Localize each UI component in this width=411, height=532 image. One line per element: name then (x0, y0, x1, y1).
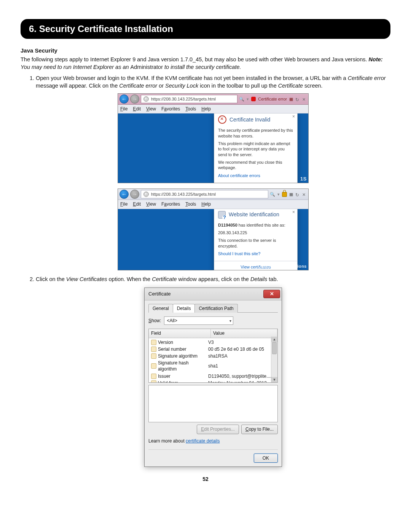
step1-mid1: message will appear. Click on the (36, 83, 119, 89)
ident-suffix: has identified this site as: (237, 223, 285, 227)
popup-p3: We recommend that you close this webpage… (218, 160, 293, 171)
addressbar-right-controls: 🔍▾ ▦ (270, 192, 307, 197)
ie-screenshot-cert-invalid: ← → https://208.30.143.225/targets.html … (118, 93, 309, 183)
search-icon[interactable]: 🔍 (270, 192, 275, 197)
col-field[interactable]: Field (149, 329, 211, 337)
popup-close-icon[interactable]: × (292, 209, 295, 215)
note-text: You may need to run Internet Explorer as… (21, 64, 131, 70)
popup-close-icon[interactable]: × (292, 113, 295, 120)
url-text: https://208.30.143.225/targets.html (151, 96, 216, 102)
view-certificates-link[interactable]: View certificates (214, 183, 297, 183)
shield-invalid-icon (218, 115, 226, 124)
popup-p1: The security certificate presented by th… (218, 128, 293, 139)
field-icon (151, 340, 156, 345)
menu-edit[interactable]: Edit (133, 106, 141, 112)
menu-file[interactable]: File (120, 201, 127, 207)
step1-text: Open your Web browser and login to the K… (36, 75, 348, 81)
site-info-icon[interactable] (143, 192, 149, 197)
ie-navbar-ok: ← → https://208.30.143.225/targets.html … (118, 189, 308, 200)
search-icon[interactable]: 🔍 (239, 96, 244, 102)
list-item[interactable]: Signature algorithmsha1RSA (149, 353, 277, 359)
menu-view[interactable]: View (146, 106, 156, 112)
forward-button[interactable]: → (130, 94, 139, 104)
show-label: Show: (148, 318, 161, 324)
scroll-up-icon[interactable]: ▲ (271, 337, 277, 342)
step1-mid2: or (159, 83, 165, 89)
menu-tools[interactable]: Tools (185, 106, 196, 112)
step2-details-italic: Details (250, 276, 267, 282)
menu-edit[interactable]: Edit (133, 201, 141, 207)
corner-text: Cat5 IP KVM Solutions (258, 264, 307, 269)
step1-cert-error-italic: Certificate error (348, 75, 386, 81)
step1-tail: screen. (304, 83, 323, 89)
cert-rows: VersionV3 Serial number00 d5 2e 6d e0 18… (149, 338, 277, 383)
tab-cert-path[interactable]: Certification Path (194, 304, 237, 313)
step2-view-italic: View Certificates (66, 276, 107, 282)
favorites-icon[interactable]: ▦ (289, 192, 293, 197)
ie-menubar: File Edit View Favorites Tools Help (118, 105, 308, 113)
cert-invalid-popup: × Certificate Invalid The security certi… (214, 113, 298, 183)
list-item[interactable]: VersionV3 (149, 339, 277, 346)
address-bar[interactable]: https://208.30.143.225/targets.html (141, 95, 237, 103)
show-dropdown[interactable]: <All> (164, 316, 233, 325)
certificate-details-link[interactable]: certificate details (186, 438, 220, 444)
menu-view[interactable]: View (146, 201, 156, 207)
ie-navbar: ← → https://208.30.143.225/targets.html … (118, 94, 308, 105)
favorites-icon[interactable]: ▦ (289, 96, 293, 102)
edit-properties-button[interactable]: EEdit Properties...dit Properties... (197, 425, 239, 434)
certificate-fields-list[interactable]: Field Value VersionV3 Serial number00 d5… (148, 329, 278, 383)
reload-icon[interactable] (295, 192, 300, 197)
url-text: https://208.30.143.225/targets.html (151, 192, 216, 197)
stop-icon[interactable] (302, 192, 307, 197)
cert-error-icon[interactable] (251, 97, 256, 101)
step2-prefix: Click on the (36, 276, 66, 282)
tab-details[interactable]: Details (173, 304, 195, 313)
window-close-button[interactable]: ✕ (263, 290, 280, 298)
menu-favorites[interactable]: Favorites (161, 201, 180, 207)
list-item[interactable]: IssuerD1194050, support@tripplite.... (149, 373, 277, 380)
address-bar[interactable]: https://208.30.143.225/targets.html (141, 190, 268, 198)
step1-cert-italic: Certificate (278, 83, 303, 89)
note-tail: to install the security certificate. (163, 64, 241, 70)
step-2: Click on the View Certificates option. W… (36, 276, 390, 467)
website-id-popup: × Website Identification D1194050 has id… (214, 209, 298, 270)
ok-button[interactable]: OK (254, 454, 278, 463)
copy-to-file-button[interactable]: Copy to File... (241, 425, 278, 434)
about-cert-errors-link[interactable]: About certificate errors (218, 173, 293, 178)
list-item[interactable]: Serial number00 d5 2e 6d e0 18 d6 de 05 (149, 346, 277, 353)
addressbar-right-controls: 🔍▾ Certificate error ▦ (239, 96, 307, 102)
scroll-thumb[interactable] (272, 342, 277, 354)
certificate-titlebar: Certificate ✕ (145, 288, 282, 300)
menu-favorites[interactable]: Favorites (161, 106, 180, 112)
forward-button[interactable]: → (130, 190, 139, 199)
lock-icon[interactable] (282, 192, 287, 197)
back-button[interactable]: ← (119, 94, 129, 104)
tab-general[interactable]: General (148, 304, 173, 313)
stop-icon[interactable] (302, 97, 307, 101)
reload-icon[interactable] (295, 97, 300, 101)
should-trust-link[interactable]: Should I trust this site? (218, 251, 293, 256)
shield-question-icon (218, 211, 226, 219)
field-detail-textarea[interactable] (148, 385, 278, 422)
menu-help[interactable]: Help (201, 201, 211, 207)
cert-error-label[interactable]: Certificate error (258, 96, 287, 102)
site-info-icon[interactable] (143, 96, 149, 102)
field-icon (151, 363, 156, 369)
popup-identified: D1194050 has identified this site as: (218, 222, 293, 228)
ie-menubar: File Edit View Favorites Tools Help (118, 200, 308, 209)
intro-paragraph: The following steps apply to Internet Ex… (21, 56, 390, 71)
menu-tools[interactable]: Tools (185, 201, 196, 207)
page-number: 52 (21, 476, 390, 482)
field-icon (151, 374, 156, 379)
ie-content-area: × Certificate Invalid The security certi… (118, 113, 308, 183)
list-item[interactable]: Signature hash algorithmsha1 (149, 359, 277, 372)
note-plain: Administrator (131, 64, 163, 70)
col-value[interactable]: Value (211, 329, 277, 337)
back-button[interactable]: ← (119, 190, 129, 199)
menu-file[interactable]: File (120, 106, 127, 112)
scroll-down-icon[interactable]: ▼ (271, 377, 277, 382)
list-item[interactable]: Valid fromMonday, November 04, 2013 ... (149, 380, 277, 383)
scrollbar[interactable]: ▲ ▼ (271, 337, 277, 382)
show-value: <All> (167, 318, 177, 324)
menu-help[interactable]: Help (201, 106, 211, 112)
